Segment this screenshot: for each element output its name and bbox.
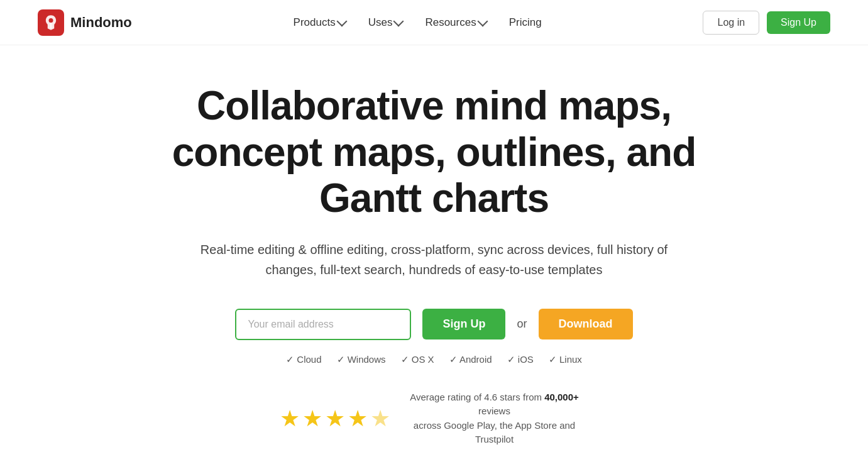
nav-uses[interactable]: Uses <box>360 11 412 34</box>
platform-android: Android <box>449 354 492 365</box>
logo-area[interactable]: Mindomo <box>38 9 132 36</box>
chevron-down-icon <box>393 16 404 26</box>
nav-actions: Log in Sign Up <box>703 11 830 35</box>
hero-title: Collaborative mind maps, concept maps, o… <box>151 83 717 222</box>
star-3: ★ <box>325 406 345 432</box>
platform-badges: Cloud Windows OS X Android iOS Linux <box>286 354 582 365</box>
rating-area: ★ ★ ★ ★ ★ Average rating of 4.6 stars fr… <box>280 390 589 447</box>
signup-nav-button[interactable]: Sign Up <box>767 11 830 34</box>
star-4: ★ <box>348 406 368 432</box>
platform-ios: iOS <box>507 354 534 365</box>
brand-name: Mindomo <box>70 14 132 31</box>
chevron-down-icon <box>336 16 347 26</box>
star-2: ★ <box>302 406 322 432</box>
platform-cloud: Cloud <box>286 354 321 365</box>
hero-section: Collaborative mind maps, concept maps, o… <box>0 45 868 469</box>
nav-resources[interactable]: Resources <box>416 11 495 34</box>
rating-text: Average rating of 4.6 stars from 40,000+… <box>400 390 589 447</box>
cta-row: Sign Up or Download <box>235 309 632 340</box>
platform-linux: Linux <box>549 354 582 365</box>
star-1: ★ <box>280 406 300 432</box>
star-rating: ★ ★ ★ ★ ★ <box>280 406 390 432</box>
svg-point-0 <box>49 18 53 23</box>
platform-osx: OS X <box>401 354 434 365</box>
nav-products[interactable]: Products <box>285 11 354 34</box>
chevron-down-icon <box>477 16 488 26</box>
platform-windows: Windows <box>337 354 386 365</box>
download-button[interactable]: Download <box>539 309 633 339</box>
nav-pricing[interactable]: Pricing <box>500 11 551 34</box>
email-input[interactable] <box>235 309 411 340</box>
logo-icon <box>38 9 64 36</box>
signup-hero-button[interactable]: Sign Up <box>422 309 505 339</box>
main-nav: Products Uses Resources Pricing <box>285 11 551 34</box>
hero-subtitle: Real-time editing & offline editing, cro… <box>189 240 679 280</box>
login-button[interactable]: Log in <box>703 11 759 35</box>
cta-or-text: or <box>517 317 527 331</box>
star-5-half: ★ <box>370 406 390 432</box>
